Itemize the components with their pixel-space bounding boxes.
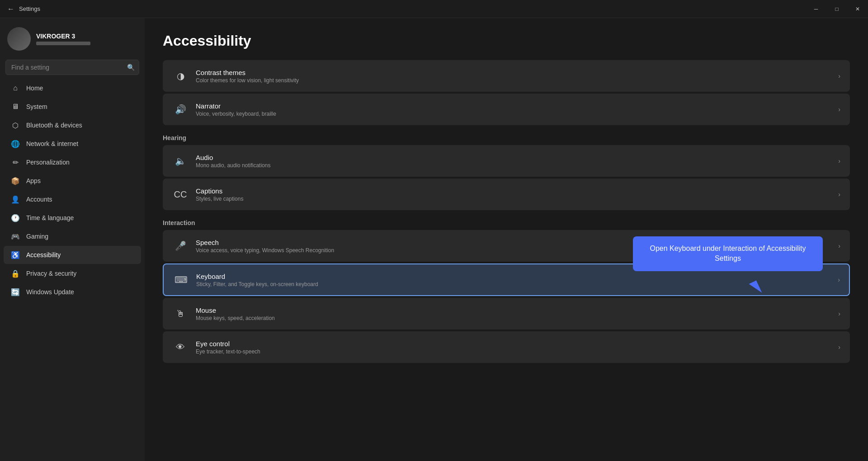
user-name: VIKROGER 3 xyxy=(36,33,90,40)
search-input[interactable] xyxy=(5,60,139,75)
close-button[interactable]: ✕ xyxy=(847,0,868,18)
sidebar-item-network[interactable]: 🌐Network & internet xyxy=(4,135,141,153)
contrast-themes-desc: Color themes for low vision, light sensi… xyxy=(196,77,838,84)
audio-title: Audio xyxy=(196,154,838,161)
audio-desc: Mono audio, audio notifications xyxy=(196,162,838,169)
sidebar-item-personalization[interactable]: ✏Personalization xyxy=(4,153,141,171)
callout-bubble: Open Keyboard under Interaction of Acces… xyxy=(633,236,823,271)
avatar-image xyxy=(7,27,31,51)
accounts-icon: 👤 xyxy=(11,195,20,204)
captions-desc: Styles, live captions xyxy=(196,196,838,202)
sidebar-label-gaming: Gaming xyxy=(26,233,48,240)
sidebar-label-network: Network & internet xyxy=(26,140,78,147)
sidebar-item-bluetooth[interactable]: ⬡Bluetooth & devices xyxy=(4,116,141,134)
contrast-themes-chevron: › xyxy=(838,72,840,80)
sidebar-label-privacy: Privacy & security xyxy=(26,270,76,277)
narrator-text: NarratorVoice, verbosity, keyboard, brai… xyxy=(196,102,838,117)
sidebar-item-apps[interactable]: 📦Apps xyxy=(4,172,141,190)
captions-chevron: › xyxy=(838,191,840,198)
captions-title: Captions xyxy=(196,187,838,195)
captions-text: CaptionsStyles, live captions xyxy=(196,187,838,202)
search-box: 🔍 xyxy=(5,60,139,75)
settings-card-contrast-themes[interactable]: ◑Contrast themesColor themes for low vis… xyxy=(163,60,850,92)
settings-card-mouse[interactable]: 🖱MouseMouse keys, speed, acceleration› xyxy=(163,298,850,329)
search-icon: 🔍 xyxy=(127,64,135,71)
sidebar-label-personalization: Personalization xyxy=(26,159,70,166)
sidebar-item-gaming[interactable]: 🎮Gaming xyxy=(4,227,141,245)
user-profile: VIKROGER 3 xyxy=(0,24,145,58)
time-icon: 🕐 xyxy=(11,213,20,222)
sidebar-label-system: System xyxy=(26,103,47,110)
settings-card-eye-control[interactable]: 👁Eye controlEye tracker, text-to-speech› xyxy=(163,331,850,363)
speech-icon: 🎤 xyxy=(172,238,189,254)
mouse-text: MouseMouse keys, speed, acceleration xyxy=(196,306,838,321)
mouse-title: Mouse xyxy=(196,306,838,314)
titlebar: ← Settings ─ □ ✕ xyxy=(0,0,868,18)
sidebar-item-system[interactable]: 🖥System xyxy=(4,98,141,116)
eye-control-desc: Eye tracker, text-to-speech xyxy=(196,348,838,355)
user-info: VIKROGER 3 xyxy=(36,33,90,45)
eye-control-text: Eye controlEye tracker, text-to-speech xyxy=(196,340,838,355)
speech-chevron: › xyxy=(838,242,840,249)
maximize-button[interactable]: □ xyxy=(826,0,847,18)
main-content: Accessibility ◑Contrast themesColor them… xyxy=(145,18,868,461)
user-bar xyxy=(36,42,90,45)
windows-update-icon: 🔄 xyxy=(11,287,20,296)
contrast-themes-title: Contrast themes xyxy=(196,69,838,76)
settings-card-captions[interactable]: CCCaptionsStyles, live captions› xyxy=(163,179,850,210)
sections-container: ◑Contrast themesColor themes for low vis… xyxy=(163,60,850,363)
network-icon: 🌐 xyxy=(11,139,20,148)
keyboard-desc: Sticky, Filter, and Toggle keys, on-scre… xyxy=(196,281,838,287)
sidebar-item-windows-update[interactable]: 🔄Windows Update xyxy=(4,283,141,301)
titlebar-title: Settings xyxy=(19,5,40,12)
page-title: Accessibility xyxy=(163,33,850,49)
eye-control-title: Eye control xyxy=(196,340,838,348)
eye-control-icon: 👁 xyxy=(172,339,189,355)
sidebar-item-privacy[interactable]: 🔒Privacy & security xyxy=(4,264,141,282)
sidebar-label-apps: Apps xyxy=(26,177,41,184)
back-icon: ← xyxy=(7,5,14,13)
mouse-icon: 🖱 xyxy=(172,306,189,322)
minimize-button[interactable]: ─ xyxy=(806,0,826,18)
mouse-chevron: › xyxy=(838,310,840,317)
settings-card-audio[interactable]: 🔈AudioMono audio, audio notifications› xyxy=(163,145,850,177)
sidebar-item-accounts[interactable]: 👤Accounts xyxy=(4,190,141,208)
sidebar-label-accessibility: Accessibility xyxy=(26,251,61,259)
contrast-themes-text: Contrast themesColor themes for low visi… xyxy=(196,69,838,84)
avatar xyxy=(7,27,31,51)
sidebar: VIKROGER 3 🔍 ⌂Home🖥System⬡Bluetooth & de… xyxy=(0,18,145,461)
audio-text: AudioMono audio, audio notifications xyxy=(196,154,838,169)
sidebar-item-accessibility[interactable]: ♿Accessibility xyxy=(4,246,141,264)
titlebar-left: ← Settings xyxy=(7,5,40,13)
narrator-title: Narrator xyxy=(196,102,838,110)
sidebar-label-accounts: Accounts xyxy=(26,196,52,203)
sidebar-label-time: Time & language xyxy=(26,214,74,221)
sidebar-label-windows-update: Windows Update xyxy=(26,288,74,296)
sidebar-label-bluetooth: Bluetooth & devices xyxy=(26,122,82,129)
section-label-1: Hearing xyxy=(163,134,850,141)
system-icon: 🖥 xyxy=(11,102,20,111)
personalization-icon: ✏ xyxy=(11,158,20,167)
privacy-icon: 🔒 xyxy=(11,269,20,278)
sidebar-item-time[interactable]: 🕐Time & language xyxy=(4,209,141,227)
sidebar-item-home[interactable]: ⌂Home xyxy=(4,79,141,97)
keyboard-chevron: › xyxy=(838,276,840,283)
back-button[interactable]: ← xyxy=(7,5,14,13)
narrator-icon: 🔊 xyxy=(172,101,189,118)
audio-icon: 🔈 xyxy=(172,153,189,169)
eye-control-chevron: › xyxy=(838,343,840,351)
section-label-2: Interaction xyxy=(163,219,850,226)
settings-card-narrator[interactable]: 🔊NarratorVoice, verbosity, keyboard, bra… xyxy=(163,94,850,125)
narrator-desc: Voice, verbosity, keyboard, braille xyxy=(196,111,838,117)
bluetooth-icon: ⬡ xyxy=(11,121,20,130)
titlebar-controls: ─ □ ✕ xyxy=(806,0,868,18)
sidebar-label-home: Home xyxy=(26,85,43,92)
keyboard-title: Keyboard xyxy=(196,273,838,280)
contrast-themes-icon: ◑ xyxy=(172,68,189,84)
app-body: VIKROGER 3 🔍 ⌂Home🖥System⬡Bluetooth & de… xyxy=(0,18,868,461)
keyboard-text: KeyboardSticky, Filter, and Toggle keys,… xyxy=(196,273,838,287)
nav-list: ⌂Home🖥System⬡Bluetooth & devices🌐Network… xyxy=(0,79,145,301)
captions-icon: CC xyxy=(172,186,189,202)
narrator-chevron: › xyxy=(838,106,840,113)
audio-chevron: › xyxy=(838,157,840,165)
